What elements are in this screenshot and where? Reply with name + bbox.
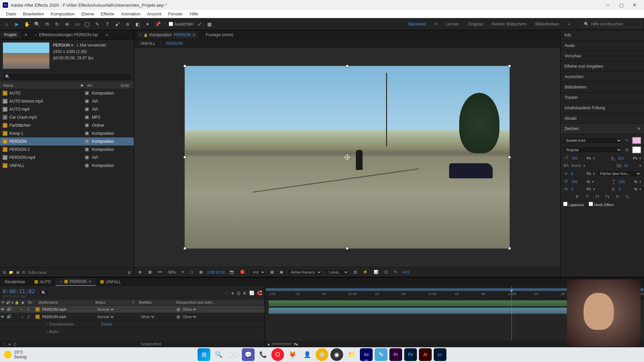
timeline-search[interactable]: 🔍	[39, 290, 49, 296]
transform-handle[interactable]	[508, 65, 511, 67]
pickwhip-icon[interactable]: @	[176, 315, 180, 319]
workspace-standard[interactable]: Standard	[405, 20, 429, 28]
kerning-dropdown[interactable]: Metrik	[571, 164, 581, 168]
snap-tool-icon[interactable]: ⤢	[196, 20, 204, 28]
task-view-button[interactable]: ▢▢	[227, 348, 240, 361]
all-caps-button[interactable]: TT	[594, 194, 601, 200]
panel-content-aware[interactable]: Inhaltsbasierte Füllung	[560, 103, 644, 113]
tab-person[interactable]: ×PERSON≡	[56, 278, 96, 286]
search-button[interactable]: 🔍	[212, 348, 225, 361]
blend-mode-dropdown[interactable]: Normal	[96, 307, 115, 312]
tl-motion-blur-icon[interactable]: ◐	[243, 291, 247, 295]
tab-projekt-menu-icon[interactable]: ≡	[20, 31, 31, 39]
transform-handle[interactable]	[508, 247, 511, 250]
app-icon[interactable]: 👤	[301, 348, 314, 361]
project-item[interactable]: ▸PERSON.mp4AVI	[0, 154, 134, 162]
layer-color-icon[interactable]	[36, 307, 40, 311]
start-button[interactable]: ⊞	[198, 348, 210, 361]
grid-icon[interactable]: ▦	[198, 269, 204, 275]
project-item[interactable]: ▸AUTO.mp4AVI	[0, 105, 134, 113]
explorer-icon[interactable]: 📁	[345, 348, 358, 361]
close-button[interactable]: ✕	[628, 0, 641, 10]
transform-handle[interactable]	[183, 156, 186, 159]
tl-composition-icon[interactable]: ⬚	[225, 291, 228, 295]
minimize-button[interactable]: ─	[601, 0, 614, 10]
roto-tool-icon[interactable]: ✦	[144, 20, 152, 28]
font-style-dropdown[interactable]: Regular	[563, 146, 622, 153]
no-color-icon[interactable]: ⊘	[624, 147, 630, 153]
tl-draft3d-icon[interactable]: ◈	[231, 291, 234, 295]
menu-bearbeiten[interactable]: Bearbeiten	[19, 11, 47, 17]
help-search-input[interactable]: 🔍 Hilfe durchsuchen	[581, 21, 641, 27]
workspace-bibliotheken[interactable]: Bibliotheken	[532, 20, 562, 28]
project-item[interactable]: ▸PERSON 2Komposition	[0, 145, 134, 154]
tab-menu-icon[interactable]: ≡	[193, 33, 195, 37]
tab-composition[interactable]: × 🔒 Komposition PERSON ≡	[137, 31, 198, 39]
column-label-icon[interactable]: ◆	[78, 83, 85, 87]
menu-fenster[interactable]: Fenster	[165, 11, 186, 17]
parent-dropdown[interactable]: Ohne	[181, 314, 197, 319]
shy-column-icon[interactable]: ◆	[20, 301, 27, 304]
after-effects-icon[interactable]: Ae	[360, 348, 373, 361]
transform-handle[interactable]	[346, 65, 348, 67]
maximize-button[interactable]: ▢	[614, 0, 628, 10]
subscript-button[interactable]: T₁	[624, 194, 631, 200]
lightroom-icon[interactable]: Lr	[434, 348, 446, 361]
column-t[interactable]: T	[131, 301, 138, 304]
speaker-icon[interactable]: 🔊	[7, 307, 11, 311]
panel-effekte[interactable]: Effekte und Vorgaben	[560, 61, 644, 72]
label-color-icon[interactable]	[85, 140, 89, 143]
anchor-point-icon[interactable]	[345, 155, 350, 160]
timeline-icon[interactable]: 📊	[372, 269, 380, 275]
align-checkbox[interactable]: Ausrichten	[169, 22, 194, 26]
zoom-dropdown-icon[interactable]: ▾	[180, 269, 185, 275]
speaker-column-icon[interactable]: 🔊	[6, 301, 10, 304]
lock-column-icon[interactable]: 🔒	[15, 301, 19, 304]
tab-footage[interactable]: Footage (ohne)	[203, 31, 236, 39]
composition-viewer[interactable]	[134, 48, 560, 267]
project-settings-icon[interactable]: ⚙	[22, 270, 25, 275]
transparency-icon[interactable]: ▦	[269, 269, 275, 275]
menu-ansicht[interactable]: Ansicht	[144, 11, 165, 17]
home-tool-icon[interactable]: ⌂	[3, 20, 11, 28]
vscale-input[interactable]: 100	[571, 180, 585, 184]
app-icon-3[interactable]: ✎	[375, 348, 387, 361]
tab-unfall[interactable]: UNFALL	[96, 278, 125, 286]
teams-icon[interactable]: 💬	[242, 348, 255, 361]
tab-overflow-icon[interactable]: »	[102, 31, 112, 39]
rect-tool-icon[interactable]: ▭	[73, 20, 81, 28]
label-color-icon[interactable]	[85, 164, 89, 167]
transform-handle[interactable]	[183, 65, 186, 67]
twirl-icon[interactable]: ⌄	[21, 314, 24, 319]
breadcrumb-unfall[interactable]: UNFALL	[138, 41, 157, 47]
layer-prop-audio[interactable]: › Audio	[0, 328, 265, 335]
lock-icon[interactable]: 🔒	[144, 33, 148, 37]
column-size[interactable]: Größ	[119, 83, 131, 87]
hscale-input[interactable]: 100	[619, 180, 632, 184]
panel-menu-icon[interactable]: ≡	[638, 126, 640, 131]
orbit-tool-icon[interactable]: ⟲	[43, 20, 51, 28]
color-icon[interactable]: 🔴	[239, 269, 246, 275]
project-item[interactable]: ▸Car Crash.mp3MP3	[0, 113, 134, 121]
leading-input[interactable]: 325	[618, 156, 631, 160]
project-item[interactable]: ▸PERSONKomposition	[0, 137, 134, 145]
panel-tracker[interactable]: Tracker	[560, 93, 644, 103]
close-icon[interactable]: ×	[140, 33, 142, 37]
eyedropper-icon[interactable]: ✎	[624, 138, 630, 143]
label-color-icon[interactable]	[85, 108, 89, 111]
alpha-icon[interactable]: ◐	[138, 269, 144, 275]
tsume-input[interactable]: 0	[619, 187, 632, 191]
toggle-brackets-icon[interactable]: {}	[14, 342, 16, 346]
workspace-kleiner[interactable]: Kleiner Bildschirm	[488, 20, 530, 28]
pickwhip-icon[interactable]: @	[176, 307, 180, 311]
obs-icon[interactable]: ◉	[330, 348, 343, 361]
zoom-out-icon[interactable]: ▴	[268, 342, 270, 346]
eye-column-icon[interactable]: 👁	[1, 301, 5, 304]
zoom-in-icon[interactable]: ▾▴	[294, 342, 298, 346]
firefox-icon[interactable]: 🦊	[286, 348, 299, 361]
snap2-tool-icon[interactable]: ▦	[206, 20, 214, 28]
transform-handle[interactable]	[346, 247, 348, 250]
parent-dropdown[interactable]: Ohne	[181, 307, 197, 312]
bit-depth-button[interactable]: 8-Bit-Kanal	[28, 270, 46, 275]
type-tool-icon[interactable]: T	[103, 20, 111, 28]
